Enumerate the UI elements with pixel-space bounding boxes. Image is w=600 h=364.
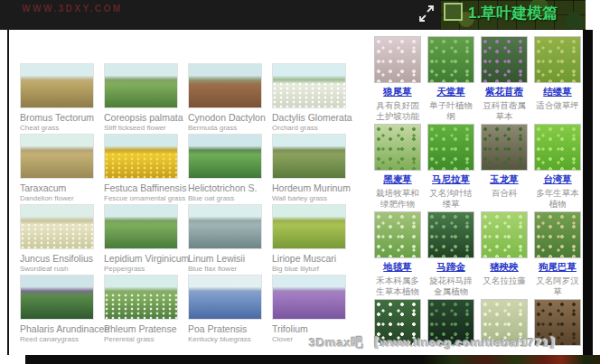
plant-latin-name: Linum Lewisii bbox=[188, 253, 262, 264]
grass-description: 又名阿罗汉草 bbox=[534, 275, 581, 296]
section-banner: 1.草叶建模篇 bbox=[440, 0, 586, 30]
plant-common-name: Peppergrass bbox=[104, 265, 178, 273]
plant-common-name: Cheat grass bbox=[20, 124, 94, 132]
grass-photo-thumbnail[interactable] bbox=[481, 36, 528, 83]
plant-photo-thumbnail[interactable] bbox=[20, 275, 94, 320]
grass-photo-thumbnail[interactable] bbox=[481, 211, 528, 258]
plant-latin-name: Bromus Tectorum bbox=[20, 112, 94, 123]
plant-photo-thumbnail[interactable] bbox=[104, 204, 178, 249]
plant-photo-thumbnail[interactable] bbox=[20, 204, 94, 249]
plant-latin-name: Helictotrichon S. bbox=[188, 182, 262, 193]
plant-card: TaraxacumDandelion flower bbox=[20, 134, 94, 204]
grass-photo-thumbnail[interactable] bbox=[427, 36, 474, 83]
plant-photo-thumbnail[interactable] bbox=[272, 63, 346, 108]
grass-name-link[interactable]: 天堂草 bbox=[427, 86, 474, 98]
plant-common-name: Reed canarygrass bbox=[20, 335, 94, 343]
plant-photo-thumbnail[interactable] bbox=[188, 275, 262, 320]
plant-card: Festuca BaffinensisFescue ornamental gra… bbox=[104, 134, 178, 204]
plant-latin-name: Phalaris Arundinacea bbox=[20, 323, 94, 334]
plant-common-name: Blue oat grass bbox=[188, 194, 262, 202]
grass-card: 玉龙草百合科 bbox=[481, 124, 528, 211]
grass-name-link[interactable]: 狼尾草 bbox=[374, 86, 421, 98]
expand-arrows-icon[interactable] bbox=[417, 3, 436, 24]
plant-latin-name: Hordeum Murinum bbox=[272, 182, 346, 193]
grass-description: 百合科 bbox=[481, 188, 528, 199]
plant-card: Hordeum MurinumWall barley grass bbox=[272, 134, 346, 204]
plant-common-name: Wall barley grass bbox=[272, 194, 346, 202]
flower-speckles bbox=[21, 223, 93, 248]
plant-photo-thumbnail[interactable] bbox=[188, 134, 262, 179]
plant-photo-thumbnail[interactable] bbox=[272, 204, 346, 249]
plant-latin-name: Festuca Baffinensis bbox=[104, 182, 178, 193]
plant-photo-thumbnail[interactable] bbox=[104, 63, 178, 108]
grass-card: 狗尾巴草又名阿罗汉草 bbox=[534, 211, 581, 299]
grass-photo-thumbnail[interactable] bbox=[534, 36, 581, 83]
grass-photo-thumbnail[interactable] bbox=[427, 124, 474, 171]
plant-photo-thumbnail[interactable] bbox=[272, 275, 346, 320]
grass-name-link[interactable]: 猪殃殃 bbox=[481, 261, 528, 274]
grass-card: 黑麦草栽培牧草和绿肥作物 bbox=[374, 124, 421, 211]
grass-description: 适合做草坪 bbox=[534, 100, 581, 111]
grass-photo-thumbnail[interactable] bbox=[374, 211, 421, 258]
grass-description: 豆科苜蓿属草本 bbox=[481, 100, 528, 121]
plant-photo-thumbnail[interactable] bbox=[272, 134, 346, 179]
grass-name-link[interactable]: 狗尾巴草 bbox=[534, 261, 581, 274]
grass-description: 具有良好固土护坡功能 bbox=[374, 100, 421, 121]
plant-latin-name: Phleum Pratense bbox=[104, 323, 178, 334]
grass-card: 马尼拉草又名沟叶结缕草 bbox=[427, 124, 474, 211]
plant-card: Liriope MuscariBig blue lilyturf bbox=[272, 204, 346, 275]
plant-common-name: Kentucky bluegrass bbox=[188, 335, 262, 343]
grass-photo-thumbnail[interactable] bbox=[427, 211, 474, 258]
plant-card: Coreopsis palmataStiff tickseed flower bbox=[104, 63, 178, 134]
plant-card: Dactylis GlomerataOrchard grass bbox=[272, 63, 346, 134]
plant-latin-name: Taraxacum bbox=[20, 182, 94, 193]
plant-card: Poa PratensisKentucky bluegrass bbox=[188, 275, 262, 345]
grass-name-link[interactable]: 马尼拉草 bbox=[427, 173, 474, 186]
grass-photo-thumbnail[interactable] bbox=[534, 211, 581, 258]
grass-description: 旋花科马蹄金属植物 bbox=[427, 275, 474, 296]
grass-name-link[interactable]: 结缕草 bbox=[534, 86, 581, 98]
plant-latin-name: Coreopsis palmata bbox=[104, 112, 178, 123]
plant-common-name: Orchard grass bbox=[272, 124, 346, 132]
grass-card: 紫花苜蓿豆科苜蓿属草本 bbox=[481, 36, 528, 124]
plant-photo-thumbnail[interactable] bbox=[188, 63, 262, 108]
right-black-strip bbox=[583, 30, 593, 364]
plant-photo-thumbnail[interactable] bbox=[20, 134, 94, 179]
plant-card: Linum LewisiiBlue flax flower bbox=[188, 204, 262, 275]
grass-name-link[interactable]: 马蹄金 bbox=[427, 261, 474, 274]
grass-name-link[interactable]: 黑麦草 bbox=[374, 173, 421, 186]
plant-common-name: Swordleaf rush bbox=[20, 265, 94, 273]
plant-latin-name: Poa Pratensis bbox=[188, 323, 262, 334]
site-watermark: WWW.3DXY.COM bbox=[22, 4, 123, 14]
plant-photo-thumbnail[interactable] bbox=[20, 63, 94, 108]
left-border-line bbox=[7, 30, 9, 355]
grass-photo-thumbnail[interactable] bbox=[374, 36, 421, 83]
grass-card: 结缕草适合做草坪 bbox=[534, 36, 581, 124]
screenshot-root: WWW.3DXY.COM 1.草叶建模篇 Bromus TectorumChea… bbox=[0, 0, 600, 364]
grass-description: 单子叶植物纲 bbox=[427, 100, 474, 121]
plant-common-name: Dandelion flower bbox=[20, 194, 94, 202]
grass-card: 地毯草禾本科属多生草本植物 bbox=[374, 211, 421, 299]
grass-photo-thumbnail[interactable] bbox=[481, 124, 528, 171]
grass-name-link[interactable]: 玉龙草 bbox=[481, 173, 528, 186]
grass-description: 又名拉拉藤 bbox=[481, 275, 528, 286]
top-header-bar: WWW.3DXY.COM bbox=[0, 0, 440, 30]
grass-name-link[interactable]: 台湾草 bbox=[534, 173, 581, 186]
plant-card: Lepidium VirginicumPeppergrass bbox=[104, 204, 178, 275]
plant-latin-name: Liriope Muscari bbox=[272, 253, 346, 264]
grass-name-link[interactable]: 地毯草 bbox=[374, 261, 421, 274]
plant-photo-thumbnail[interactable] bbox=[104, 134, 178, 179]
grass-description: 栽培牧草和绿肥作物 bbox=[374, 188, 421, 209]
banner-square-icon bbox=[444, 3, 463, 21]
plant-photo-thumbnail[interactable] bbox=[104, 275, 178, 320]
plant-latin-name: Cynodon Dactylon bbox=[188, 112, 262, 123]
grass-photo-thumbnail[interactable] bbox=[374, 124, 421, 171]
plant-photo-thumbnail[interactable] bbox=[188, 204, 262, 249]
flower-speckles bbox=[105, 294, 177, 319]
grass-name-link[interactable]: 紫花苜蓿 bbox=[481, 86, 528, 98]
plant-common-name: Fescue ornamental grass bbox=[104, 194, 178, 202]
grass-photo-thumbnail[interactable] bbox=[534, 124, 581, 171]
forum-watermark: 3Dmax吧 【www.linecg.com/tieba/1771】 bbox=[309, 335, 562, 351]
plant-common-name: Big blue lilyturf bbox=[272, 265, 346, 273]
plant-card: Cynodon DactylonBermuda grass bbox=[188, 63, 262, 134]
